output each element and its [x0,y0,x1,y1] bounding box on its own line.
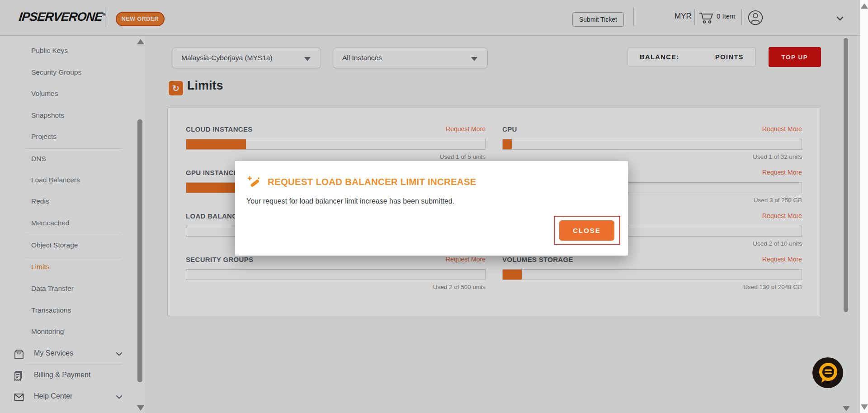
modal-message: Your request for load balancer limit inc… [246,197,454,205]
live-chat-button[interactable] [812,357,843,388]
scroll-down-arrow[interactable] [861,404,868,410]
close-button-focus-outline: CLOSE [554,216,620,245]
magic-wand-icon [247,176,260,189]
modal-title: REQUEST LOAD BALANCER LIMIT INCREASE [268,176,476,187]
app-root: IPSERVERONE® NEW ORDER Submit Ticket MYR… [0,0,868,413]
scroll-up-arrow[interactable] [861,3,868,9]
close-button[interactable]: CLOSE [559,220,614,241]
request-limit-modal: REQUEST LOAD BALANCER LIMIT INCREASE You… [235,161,628,256]
window-scrollbar[interactable] [860,0,868,413]
